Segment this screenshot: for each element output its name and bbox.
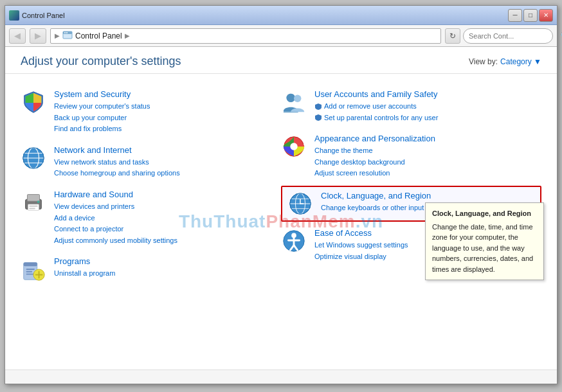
title-bar-left: Control Panel	[9, 10, 65, 21]
svg-rect-19	[26, 271, 33, 272]
user-accounts-text: User Accounts and Family Safety Add or r…	[314, 89, 534, 123]
parental-controls-link[interactable]: Set up parental controls for any user	[324, 112, 438, 124]
forward-button[interactable]: ▶	[30, 28, 46, 44]
appearance-title[interactable]: Appearance and Personalization	[314, 134, 534, 143]
network-status-link[interactable]: View network status and tasks	[54, 157, 273, 168]
hardware-title[interactable]: Hardware and Sound	[54, 190, 273, 199]
clock-icon	[287, 191, 313, 217]
review-status-link[interactable]: Review your computer's status	[54, 101, 273, 112]
svg-point-15	[37, 200, 40, 203]
system-security-icon	[21, 89, 46, 115]
minimize-button[interactable]: ─	[508, 9, 522, 22]
screen-resolution-link[interactable]: Adjust screen resolution	[314, 168, 534, 179]
left-column: System and Security Review your computer…	[21, 84, 281, 359]
system-security-title[interactable]: System and Security	[54, 89, 273, 99]
fix-problems-link[interactable]: Find and fix problems	[54, 123, 273, 135]
svg-rect-20	[26, 274, 33, 275]
change-theme-link[interactable]: Change the theme	[314, 145, 534, 157]
add-remove-accounts-link[interactable]: Add or remove user accounts	[324, 101, 417, 112]
user-accounts-title[interactable]: User Accounts and Family Safety	[314, 89, 534, 99]
search-input[interactable]	[469, 32, 557, 40]
tooltip-title: Clock, Language, and Region	[432, 208, 537, 219]
title-bar-text: Control Panel	[22, 12, 65, 19]
appearance-text: Appearance and Personalization Change th…	[314, 134, 534, 179]
chevron-down-icon: ▼	[534, 57, 541, 66]
category-user-accounts: User Accounts and Family Safety Add or r…	[281, 84, 541, 129]
category-network: Network and Internet View network status…	[21, 140, 281, 184]
system-security-text: System and Security Review your computer…	[54, 89, 273, 135]
content-area: Adjust your computer's settings View by:…	[5, 47, 557, 370]
title-bar-controls: ─ □ ✕	[508, 9, 553, 22]
view-by-dropdown[interactable]: Category ▼	[500, 57, 541, 66]
view-by: View by: Category ▼	[469, 57, 541, 66]
hardware-text: Hardware and Sound View devices and prin…	[54, 190, 273, 246]
desktop-background-link[interactable]: Change desktop background	[314, 157, 534, 168]
network-text: Network and Internet View network status…	[54, 145, 273, 179]
path-arrow: ▶	[125, 32, 130, 39]
close-button[interactable]: ✕	[539, 9, 553, 22]
mobility-link[interactable]: Adjust commonly used mobility settings	[54, 235, 273, 247]
category-hardware: Hardware and Sound View devices and prin…	[21, 184, 281, 251]
network-title[interactable]: Network and Internet	[54, 145, 273, 155]
user-accounts-icon	[281, 89, 307, 115]
programs-text: Programs Uninstall a program	[54, 256, 273, 280]
svg-rect-13	[29, 206, 37, 207]
network-icon	[21, 145, 46, 171]
svg-rect-12	[27, 195, 39, 201]
category-system-security: System and Security Review your computer…	[21, 84, 281, 140]
shield-small-icon2	[314, 114, 322, 121]
uninstall-link[interactable]: Uninstall a program	[54, 268, 273, 280]
address-bar: ◀ ▶ ▶ Control Panel ▶ ↻ 🔍	[5, 25, 557, 47]
svg-rect-18	[26, 269, 35, 270]
control-panel-icon	[9, 10, 19, 21]
devices-printers-link[interactable]: View devices and printers	[54, 201, 273, 213]
ease-icon	[281, 228, 307, 254]
shield-small-icon	[314, 103, 322, 111]
hardware-icon	[21, 190, 46, 215]
search-box[interactable]: 🔍	[463, 28, 553, 44]
address-path[interactable]: ▶ Control Panel ▶	[50, 28, 441, 44]
category-appearance: Appearance and Personalization Change th…	[281, 129, 541, 184]
path-item: Control Panel	[75, 31, 122, 40]
svg-point-26	[294, 95, 301, 102]
page-title: Adjust your computer's settings	[21, 55, 181, 68]
path-root-arrow: ▶	[55, 32, 60, 39]
svg-rect-17	[24, 263, 37, 267]
refresh-button[interactable]: ↻	[445, 28, 460, 44]
appearance-icon	[281, 134, 307, 159]
programs-title[interactable]: Programs	[54, 256, 273, 266]
back-button[interactable]: ◀	[9, 28, 26, 44]
title-bar: Control Panel ─ □ ✕	[5, 6, 557, 25]
add-device-link[interactable]: Add a device	[54, 213, 273, 224]
path-icon	[62, 30, 73, 42]
control-panel-window: Control Panel ─ □ ✕ ◀ ▶ ▶ Control Panel …	[5, 5, 557, 384]
homegroup-link[interactable]: Choose homegroup and sharing options	[54, 168, 273, 179]
svg-point-28	[290, 143, 297, 150]
clock-title[interactable]: Clock, Language, and Region	[321, 191, 534, 200]
tooltip-box: Clock, Language, and Region Change the d…	[425, 202, 544, 280]
address-actions: ↻ 🔍	[445, 28, 553, 44]
category-programs: Programs Uninstall a program	[21, 251, 281, 287]
main-grid: ThuThuatPhanMem.vn	[5, 74, 557, 370]
tooltip-text: Change the date, time, and time zone for…	[432, 222, 537, 275]
view-by-label: View by:	[469, 57, 498, 66]
content-header: Adjust your computer's settings View by:…	[5, 47, 557, 74]
backup-link[interactable]: Back up your computer	[54, 112, 273, 124]
status-bar	[5, 370, 557, 384]
maximize-button[interactable]: □	[523, 9, 538, 22]
svg-rect-14	[29, 208, 35, 209]
svg-point-2	[64, 32, 66, 33]
projector-link[interactable]: Connect to a projector	[54, 224, 273, 235]
view-by-value: Category	[500, 57, 532, 66]
svg-point-3	[66, 32, 68, 33]
svg-point-25	[287, 94, 295, 102]
svg-rect-11	[28, 204, 39, 211]
programs-icon	[21, 256, 46, 282]
